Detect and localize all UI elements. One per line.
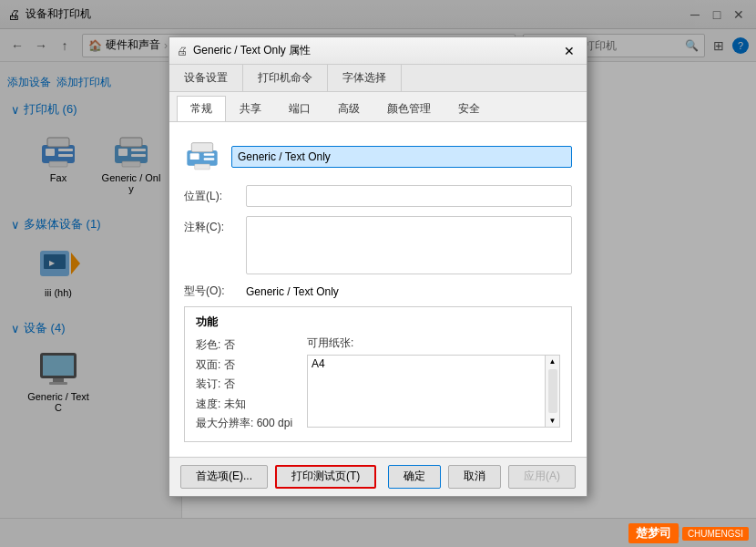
scroll-thumb xyxy=(548,369,557,413)
tab-security[interactable]: 安全 xyxy=(444,96,494,121)
comment-label: 注释(C): xyxy=(184,220,239,235)
scroll-up-btn[interactable]: ▲ xyxy=(547,356,558,367)
paper-listbox[interactable]: A4 xyxy=(307,355,546,428)
modal-title-area: 🖨 Generic / Text Only 属性 xyxy=(177,43,311,58)
location-row: 位置(L): xyxy=(184,185,572,207)
features-box: 功能 彩色: 否 双面: 否 装订: 否 速度 xyxy=(184,306,572,442)
features-title: 功能 xyxy=(196,315,560,330)
footer-left: 首选项(E)... 打印测试页(T) xyxy=(180,465,376,489)
modal-tabs-second: 常规 共享 端口 高级 颜色管理 安全 xyxy=(169,92,587,122)
paper-label: 可用纸张: xyxy=(307,335,560,351)
svg-rect-28 xyxy=(195,164,210,170)
resolution-row: 最大分辨率: 600 dpi xyxy=(196,414,292,434)
model-row: 型号(O): Generic / Text Only xyxy=(184,284,572,299)
preferences-button[interactable]: 首选项(E)... xyxy=(180,465,268,489)
paper-scrollbar[interactable]: ▲ ▼ xyxy=(546,355,560,428)
tab-device-settings[interactable]: 设备设置 xyxy=(169,65,243,91)
comment-row: 注释(C): xyxy=(184,216,572,274)
comment-textarea[interactable] xyxy=(246,216,572,274)
print-test-button[interactable]: 打印测试页(T) xyxy=(275,465,376,489)
logo-text: 楚梦司 xyxy=(628,523,679,543)
paper-item-a4: A4 xyxy=(312,357,541,370)
modal-body: 位置(L): 注释(C): 型号(O): Generic / Text Only… xyxy=(169,122,587,457)
features-left: 彩色: 否 双面: 否 装订: 否 速度: 未知 xyxy=(196,335,292,434)
logo-sub: CHUMENGSI xyxy=(682,527,749,541)
printer-name-input[interactable] xyxy=(231,146,572,168)
footer-right: 确定 取消 应用(A) xyxy=(388,465,576,489)
modal-body-printer-icon xyxy=(184,137,220,176)
paper-listbox-container: A4 ▲ ▼ xyxy=(307,355,560,428)
duplex-row: 双面: 否 xyxy=(196,356,292,376)
svg-rect-27 xyxy=(191,143,212,152)
location-label: 位置(L): xyxy=(184,189,239,204)
location-input[interactable] xyxy=(246,185,572,207)
modal-close-button[interactable]: ✕ xyxy=(559,41,579,61)
cancel-button[interactable]: 取消 xyxy=(448,465,501,489)
printer-name-row xyxy=(184,137,572,176)
modal-dialog: 🖨 Generic / Text Only 属性 ✕ 设备设置 打印机命令 字体… xyxy=(169,36,587,497)
modal-printer-icon: 🖨 xyxy=(177,45,188,57)
modal-footer: 首选项(E)... 打印测试页(T) 确定 取消 应用(A) xyxy=(169,457,587,496)
staple-row: 装订: 否 xyxy=(196,375,292,395)
model-value: Generic / Text Only xyxy=(246,285,339,298)
modal-printer-svg xyxy=(184,137,220,173)
features-right: 可用纸张: A4 ▲ ▼ xyxy=(307,335,560,434)
color-row: 彩色: 否 xyxy=(196,335,292,356)
svg-rect-26 xyxy=(204,158,215,160)
tab-printer-commands[interactable]: 打印机命令 xyxy=(243,65,328,91)
features-grid: 彩色: 否 双面: 否 装订: 否 速度: 未知 xyxy=(196,335,560,434)
model-label: 型号(O): xyxy=(184,284,239,299)
apply-button[interactable]: 应用(A) xyxy=(508,465,576,489)
tab-general[interactable]: 常规 xyxy=(177,96,226,121)
tab-ports[interactable]: 端口 xyxy=(275,96,324,121)
modal-title: Generic / Text Only 属性 xyxy=(193,43,311,58)
svg-rect-25 xyxy=(204,153,215,156)
tab-color-management[interactable]: 颜色管理 xyxy=(373,96,444,121)
tab-sharing[interactable]: 共享 xyxy=(226,96,275,121)
bottom-logo: 楚梦司 CHUMENGSI xyxy=(628,523,749,543)
scroll-down-btn[interactable]: ▼ xyxy=(547,415,558,427)
modal-tabs-top: 设备设置 打印机命令 字体选择 xyxy=(169,65,587,92)
speed-row: 速度: 未知 xyxy=(196,395,292,415)
svg-rect-24 xyxy=(190,153,199,160)
tab-advanced[interactable]: 高级 xyxy=(324,96,373,121)
tab-font-selection[interactable]: 字体选择 xyxy=(328,65,402,91)
modal-titlebar: 🖨 Generic / Text Only 属性 ✕ xyxy=(169,37,587,65)
ok-button[interactable]: 确定 xyxy=(388,465,441,489)
